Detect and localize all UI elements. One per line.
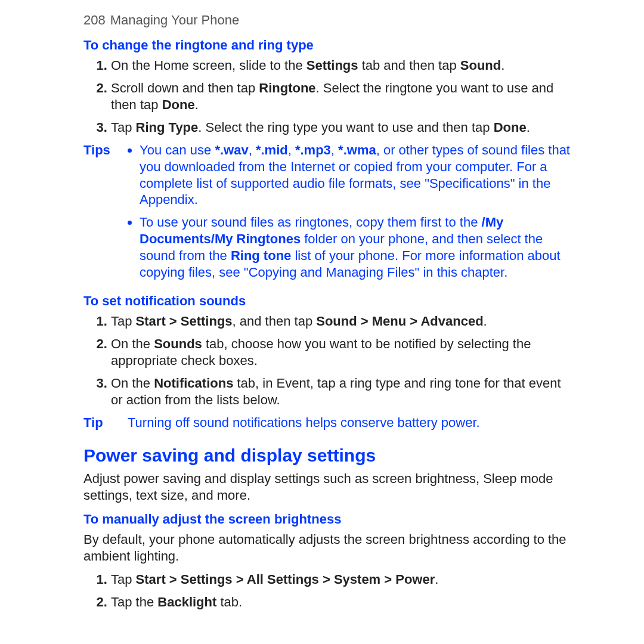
bold-text: Done bbox=[162, 97, 195, 112]
step-text: . bbox=[527, 120, 530, 135]
bold-text: Settings bbox=[306, 58, 358, 73]
bold-text: Ring Type bbox=[136, 120, 199, 135]
bold-text: *.wma bbox=[338, 143, 376, 157]
paragraph: Adjust power saving and display settings… bbox=[83, 470, 575, 504]
step-item: On the Notifications tab, in Event, tap … bbox=[111, 375, 575, 408]
tip-text: , bbox=[288, 143, 295, 157]
paragraph: By default, your phone automatically adj… bbox=[83, 531, 575, 565]
tip-text: To use your sound files as ringtones, co… bbox=[140, 215, 482, 230]
steps-change-ringtone: On the Home screen, slide to the Setting… bbox=[83, 57, 575, 136]
bold-text: Sound > Menu > Advanced bbox=[316, 314, 483, 329]
bold-text: Start > Settings > All Settings > System… bbox=[136, 572, 435, 587]
step-text: Tap bbox=[111, 572, 136, 587]
running-header: 208Managing Your Phone bbox=[83, 12, 575, 29]
bold-text: Sound bbox=[460, 58, 501, 73]
heading-change-ringtone: To change the ringtone and ring type bbox=[83, 37, 575, 54]
tip-text: Turning off sound notifications helps co… bbox=[128, 415, 480, 430]
step-text: Tap the bbox=[111, 595, 157, 609]
bold-text: Done bbox=[494, 120, 527, 135]
step-text: . bbox=[484, 314, 487, 329]
step-text: Tap bbox=[111, 314, 136, 329]
bold-text: Start > Settings bbox=[136, 314, 233, 329]
bold-text: *.mp3 bbox=[295, 143, 331, 157]
bold-text: Sounds bbox=[154, 336, 202, 351]
step-text: tab and then tap bbox=[358, 58, 460, 73]
step-text: Tap bbox=[111, 120, 136, 135]
steps-set-notification: Tap Start > Settings, and then tap Sound… bbox=[83, 313, 575, 408]
tip-body: Turning off sound notifications helps co… bbox=[128, 414, 575, 431]
step-text: On the bbox=[111, 376, 154, 391]
chapter-title: Managing Your Phone bbox=[110, 13, 240, 27]
bold-text: Ringtone bbox=[259, 80, 315, 95]
step-item: Tap the Backlight tab. bbox=[111, 594, 575, 611]
step-item: Scroll down and then tap Ringtone. Selec… bbox=[111, 80, 575, 113]
tip-label: Tip bbox=[83, 414, 119, 431]
page-number: 208 bbox=[83, 13, 106, 27]
section-title-power: Power saving and display settings bbox=[83, 444, 575, 467]
bold-text: *.mid bbox=[256, 143, 288, 157]
step-item: Tap Ring Type. Select the ring type you … bbox=[111, 119, 575, 136]
step-text: . bbox=[435, 572, 438, 587]
step-item: On the Sounds tab, choose how you want t… bbox=[111, 336, 575, 369]
heading-adjust-brightness: To manually adjust the screen brightness bbox=[83, 511, 575, 528]
step-item: On the Home screen, slide to the Setting… bbox=[111, 57, 575, 74]
tips-bullet: To use your sound files as ringtones, co… bbox=[140, 214, 575, 281]
step-item: Tap Start > Settings > All Settings > Sy… bbox=[111, 571, 575, 588]
page-content: 208Managing Your Phone To change the rin… bbox=[0, 0, 644, 611]
tips-bullet: You can use *.wav, *.mid, *.mp3, *.wma, … bbox=[140, 142, 575, 209]
tip-text: You can use bbox=[140, 143, 215, 157]
step-text: tab. bbox=[216, 595, 242, 609]
bold-text: *.wav bbox=[215, 143, 248, 157]
step-text: On the bbox=[111, 336, 154, 351]
bold-text: Backlight bbox=[157, 595, 216, 609]
tips-label: Tips bbox=[83, 142, 119, 287]
bold-text: Notifications bbox=[154, 376, 233, 391]
tips-block: Tips You can use *.wav, *.mid, *.mp3, *.… bbox=[83, 142, 575, 287]
step-text: . Select the ring type you want to use a… bbox=[198, 120, 493, 135]
step-text: On the Home screen, slide to the bbox=[111, 58, 306, 73]
tip-text: , bbox=[331, 143, 338, 157]
tip-block: Tip Turning off sound notifications help… bbox=[83, 414, 575, 431]
step-text: . bbox=[195, 97, 199, 112]
bold-text: Ring tone bbox=[231, 248, 291, 263]
step-text: , and then tap bbox=[233, 314, 317, 329]
step-item: Tap Start > Settings, and then tap Sound… bbox=[111, 313, 575, 330]
tip-text: , bbox=[249, 143, 256, 157]
heading-set-notification: To set notification sounds bbox=[83, 293, 575, 309]
step-text: . bbox=[501, 58, 504, 73]
step-text: Scroll down and then tap bbox=[111, 80, 259, 95]
tips-body: You can use *.wav, *.mid, *.mp3, *.wma, … bbox=[128, 142, 575, 287]
steps-adjust-brightness: Tap Start > Settings > All Settings > Sy… bbox=[83, 571, 575, 611]
